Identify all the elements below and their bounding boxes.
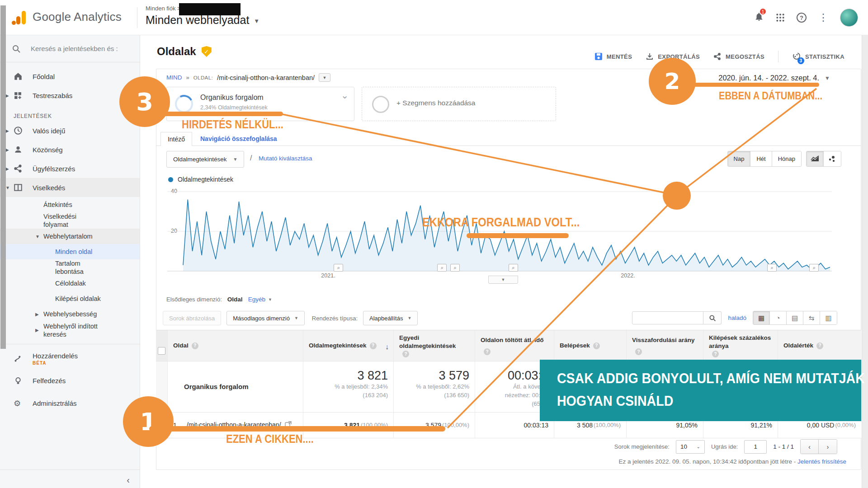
sidebar-item-behavior[interactable]: ▼ Viselkedés bbox=[0, 178, 140, 197]
sidebar-item-content-drilldown[interactable]: Tartalom lebontása bbox=[0, 259, 140, 276]
sidebar-search[interactable]: Keresés a jelentésekben és : bbox=[0, 35, 140, 62]
sidebar-item-behavior-flow[interactable]: Viselkedési folyamat bbox=[0, 212, 140, 229]
goto-page-input[interactable] bbox=[744, 440, 767, 454]
column-header-pageviews[interactable]: Oldalmegtekintések? ↓ bbox=[303, 330, 393, 361]
percentage-view-button[interactable]: ◔ bbox=[770, 311, 787, 324]
help-icon[interactable]: ? bbox=[484, 348, 491, 355]
page-path-link[interactable]: /mit-csinalj-otthon-a-karantenban/ bbox=[187, 421, 281, 429]
sidebar-item-site-content[interactable]: ▼ Webhelytartalom bbox=[0, 229, 140, 244]
sidebar-item-acquisition[interactable]: ▶ Ügyfélszerzés bbox=[0, 159, 140, 178]
report-generated-note: Ez a jelentés 2022. 09. 05. napon, 10:34… bbox=[618, 458, 846, 465]
prev-page-button[interactable]: ‹ bbox=[801, 440, 819, 454]
comparison-view-button[interactable]: ⇆ bbox=[803, 311, 820, 324]
granularity-week[interactable]: Hét bbox=[750, 151, 772, 166]
sidebar-collapse-icon[interactable]: ‹ bbox=[127, 475, 130, 485]
property-selector[interactable]: Minden webhelyadat ▼ bbox=[146, 14, 259, 27]
help-icon[interactable]: ? bbox=[816, 343, 823, 349]
sidebar-item-landing-pages[interactable]: Céloldalak bbox=[0, 276, 140, 291]
other-dimension-link[interactable]: Egyéb ▼ bbox=[248, 296, 272, 303]
annotation-marker-icon[interactable]: ⌕ bbox=[767, 264, 777, 272]
sidebar-item-exit-pages[interactable]: Kilépési oldalak bbox=[0, 291, 140, 307]
annotation-marker-icon[interactable]: ⌕ bbox=[809, 264, 819, 272]
avatar[interactable] bbox=[840, 9, 858, 27]
annotation-marker-icon[interactable]: ⌕ bbox=[509, 264, 518, 272]
table-search-button[interactable] bbox=[703, 311, 722, 324]
column-header-page[interactable]: Oldal? bbox=[167, 330, 303, 361]
sort-type-button[interactable]: Alapbeállítás ▼ bbox=[363, 311, 418, 325]
sidebar-item-customization[interactable]: ▶ Testreszabás bbox=[0, 86, 140, 105]
share-button[interactable]: MEGOSZTÁS bbox=[713, 52, 764, 61]
sidebar-item-site-speed[interactable]: ▶ Webhelysebesség bbox=[0, 307, 140, 322]
chevron-down-icon[interactable]: ⌄ bbox=[341, 90, 349, 101]
help-icon[interactable]: ? bbox=[593, 343, 600, 349]
sidebar-item-audience[interactable]: ▶ Közönség bbox=[0, 140, 140, 159]
column-header-entrances[interactable]: Belépések? bbox=[554, 330, 626, 361]
plot-rows-button[interactable]: Sorok ábrázolása bbox=[163, 311, 221, 325]
sidebar-item-attribution[interactable]: Hozzárendelés BÉTA bbox=[0, 348, 140, 370]
sidebar-item-home[interactable]: Főoldal bbox=[0, 67, 140, 86]
date-range-selector[interactable]: 2020. jún. 14. - 2022. szept. 4. ▼ bbox=[718, 74, 830, 82]
export-button[interactable]: EXPORTÁLÁS bbox=[646, 52, 700, 61]
annotations-expander[interactable]: ▼ bbox=[488, 276, 518, 284]
metric-selector[interactable]: Oldalmegtekintések ▼ bbox=[166, 151, 244, 168]
performance-view-button[interactable]: ▤ bbox=[787, 311, 803, 324]
sidebar-item-admin[interactable]: ⚙ Adminisztrálás bbox=[0, 392, 140, 415]
help-icon[interactable]: ? bbox=[797, 13, 807, 23]
pivot-view-button[interactable]: ▥ bbox=[820, 311, 837, 324]
apps-grid-icon[interactable] bbox=[776, 13, 785, 22]
select-metric-link[interactable]: Mutató kiválasztása bbox=[259, 155, 312, 162]
save-button[interactable]: MENTÉS bbox=[594, 52, 632, 61]
column-header-bounce-rate[interactable]: Visszafordulási arány? bbox=[626, 330, 703, 361]
rows-per-page-select[interactable]: 10 ⌄ bbox=[676, 440, 705, 454]
row-pageviews: 3 821 bbox=[344, 422, 360, 429]
traffic-chart[interactable] bbox=[163, 185, 841, 282]
page-scrollbar[interactable] bbox=[862, 35, 868, 488]
select-all-checkbox[interactable] bbox=[156, 330, 167, 361]
sidebar-item-all-pages[interactable]: Minden oldal bbox=[0, 244, 140, 259]
primary-dimension-value[interactable]: Oldal bbox=[227, 296, 243, 303]
line-chart-button[interactable] bbox=[807, 151, 824, 166]
acquisition-icon bbox=[14, 164, 33, 173]
column-header-unique-pageviews[interactable]: Egyedi oldalmegtekintések? bbox=[393, 330, 475, 361]
help-icon[interactable]: ? bbox=[635, 348, 642, 355]
sidebar-item-discover[interactable]: Felfedezés bbox=[0, 370, 140, 392]
column-header-avg-time[interactable]: Oldalon töltött átl. idő? bbox=[475, 330, 554, 361]
notification-badge: 1 bbox=[759, 8, 767, 15]
sidebar-item-realtime[interactable]: ▶ Valós idejű bbox=[0, 121, 140, 140]
column-header-page-value[interactable]: Oldalérték? bbox=[778, 330, 861, 361]
help-icon[interactable]: ? bbox=[402, 351, 409, 357]
granularity-day[interactable]: Nap bbox=[728, 151, 751, 166]
notifications-button[interactable]: 1 bbox=[754, 12, 764, 23]
sidebar-item-site-search[interactable]: ▶ Webhelyről indított keresés bbox=[0, 322, 140, 338]
breadcrumb-dropdown[interactable]: ▼ bbox=[319, 73, 330, 82]
annotation-marker-icon[interactable]: ⌕ bbox=[334, 264, 343, 272]
advanced-filter-link[interactable]: haladó bbox=[728, 314, 746, 321]
motion-chart-button[interactable] bbox=[824, 151, 841, 166]
more-menu-icon[interactable]: ⋮ bbox=[818, 12, 828, 23]
tab-explorer[interactable]: Intéző bbox=[160, 132, 192, 146]
segment-card-organic[interactable]: Organikus forgalom 2,34% Oldalmegtekinté… bbox=[166, 87, 354, 121]
account-breadcrumb[interactable]: Minden fiók > bbox=[146, 5, 181, 12]
sidebar: Keresés a jelentésekben és : Főoldal ▶ T… bbox=[0, 35, 140, 488]
breadcrumb-all[interactable]: MIND bbox=[166, 74, 182, 81]
help-icon[interactable]: ? bbox=[192, 343, 198, 349]
annotation-marker-icon[interactable]: ⌕ bbox=[450, 264, 460, 272]
granularity-month[interactable]: Hónap bbox=[772, 151, 801, 166]
caret-right-icon: ▶ bbox=[35, 328, 43, 333]
next-page-button[interactable]: › bbox=[819, 440, 837, 454]
column-header-exit-rate[interactable]: Kilépések százalékos aránya? bbox=[703, 330, 778, 361]
insights-button[interactable]: 3 STATISZTIKA bbox=[792, 52, 844, 62]
scrollbar-thumb[interactable] bbox=[0, 5, 6, 349]
table-search-input[interactable] bbox=[632, 311, 703, 324]
annotation-marker-icon[interactable]: ⌕ bbox=[437, 264, 447, 272]
teal-callout: CSAK ADDIG BONYOLULT, AMÍG NEM MUTATJÁK … bbox=[540, 360, 861, 421]
table-view-button[interactable]: ▦ bbox=[753, 311, 770, 324]
help-icon[interactable]: ? bbox=[370, 343, 377, 349]
open-in-new-icon[interactable] bbox=[285, 421, 292, 429]
add-segment-card[interactable]: + Szegmens hozzáadása bbox=[362, 87, 556, 121]
help-icon[interactable]: ? bbox=[712, 351, 719, 357]
refresh-report-link[interactable]: Jelentés frissítése bbox=[797, 458, 846, 465]
sidebar-item-overview[interactable]: Áttekintés bbox=[0, 197, 140, 212]
secondary-dimension-button[interactable]: Másodlagos dimenzió ▼ bbox=[226, 311, 305, 325]
tab-navigation-summary[interactable]: Navigáció összefoglalása bbox=[200, 135, 277, 142]
